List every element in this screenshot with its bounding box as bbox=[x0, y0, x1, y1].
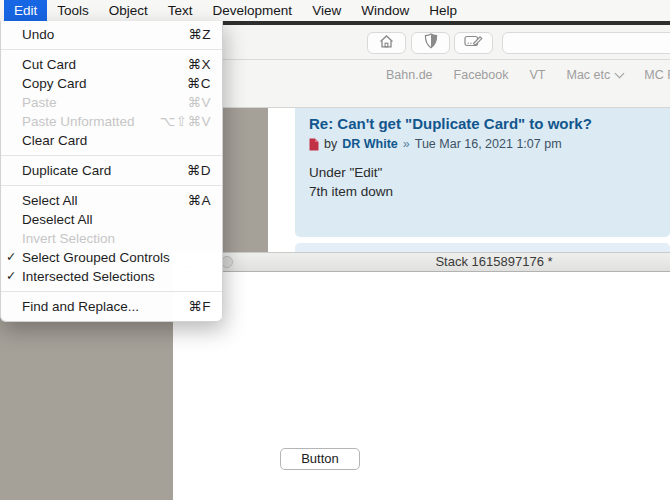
shield-button[interactable] bbox=[411, 32, 450, 54]
menu-separator bbox=[1, 49, 222, 50]
home-button[interactable] bbox=[367, 32, 406, 54]
bookmarks-bar: Bahn.de Facebook VT Mac etc MC RR bbox=[223, 60, 670, 108]
compose-button[interactable] bbox=[454, 32, 493, 54]
compose-icon bbox=[464, 34, 483, 52]
menubar-item-object[interactable]: Object bbox=[99, 0, 158, 21]
menu-item-duplicate-card[interactable]: Duplicate Card ⌘D bbox=[1, 161, 222, 180]
post-author-link[interactable]: DR White bbox=[342, 137, 398, 151]
menu-item-cut-card[interactable]: Cut Card ⌘X bbox=[1, 55, 222, 74]
menubar-item-text[interactable]: Text bbox=[158, 0, 203, 21]
menu-item-deselect-all[interactable]: Deselect All bbox=[1, 210, 222, 229]
shield-icon bbox=[424, 33, 438, 53]
stack-title-bar[interactable]: Stack 1615897176 * bbox=[173, 252, 670, 272]
post-body-line: Under "Edit" bbox=[309, 163, 656, 182]
stack-card-button[interactable]: Button bbox=[280, 448, 360, 470]
menu-item-paste: Paste ⌘V bbox=[1, 93, 222, 112]
checkmark-icon: ✓ bbox=[6, 248, 21, 267]
post-byline: by DR White » Tue Mar 16, 2021 1:07 pm bbox=[309, 137, 656, 151]
post-title-link[interactable]: Re: Can't get "Duplicate Card" to work? bbox=[309, 115, 656, 132]
menu-item-undo[interactable]: Undo ⌘Z bbox=[1, 25, 222, 44]
menu-item-find-and-replace[interactable]: Find and Replace... ⌘F bbox=[1, 297, 222, 316]
post-byline-separator: » bbox=[403, 137, 410, 151]
stack-window-title: Stack 1615897176 * bbox=[435, 254, 552, 269]
edit-menu: Undo ⌘Z Cut Card ⌘X Copy Card ⌘C Paste ⌘… bbox=[0, 21, 223, 322]
stack-window: Stack 1615897176 * Button bbox=[173, 252, 670, 500]
post-date: Tue Mar 16, 2021 1:07 pm bbox=[415, 137, 562, 151]
browser-window: Bahn.de Facebook VT Mac etc MC RR Re: Ca… bbox=[223, 21, 670, 260]
menubar-item-view[interactable]: View bbox=[302, 0, 351, 21]
bookmark-vt[interactable]: VT bbox=[529, 68, 545, 82]
bookmark-folder-mc-rr[interactable]: MC RR bbox=[644, 68, 670, 82]
checkmark-icon: ✓ bbox=[6, 267, 21, 286]
desktop: Bahn.de Facebook VT Mac etc MC RR Re: Ca… bbox=[0, 0, 670, 500]
forum-post: Re: Can't get "Duplicate Card" to work? … bbox=[295, 108, 670, 237]
menu-item-select-grouped-controls[interactable]: ✓ Select Grouped Controls bbox=[1, 248, 222, 267]
post-by-label: by bbox=[324, 137, 337, 151]
menubar-item-tools[interactable]: Tools bbox=[47, 0, 99, 21]
menu-item-paste-unformatted: Paste Unformatted ⌥⇧⌘V bbox=[1, 112, 222, 131]
address-field[interactable] bbox=[502, 32, 670, 54]
bookmark-bahn[interactable]: Bahn.de bbox=[386, 68, 433, 82]
post-file-icon bbox=[309, 138, 319, 151]
bookmark-facebook[interactable]: Facebook bbox=[454, 68, 509, 82]
menubar-item-edit[interactable]: Edit bbox=[4, 0, 47, 21]
post-body-line: 7th item down bbox=[309, 182, 656, 201]
menu-bar: Edit Tools Object Text Development View … bbox=[0, 0, 670, 21]
browser-toolbar bbox=[223, 25, 670, 60]
menubar-item-window[interactable]: Window bbox=[351, 0, 419, 21]
menu-separator bbox=[1, 291, 222, 292]
post-body: Under "Edit" 7th item down bbox=[309, 163, 656, 201]
menu-separator bbox=[1, 155, 222, 156]
menu-item-copy-card[interactable]: Copy Card ⌘C bbox=[1, 74, 222, 93]
menu-item-select-all[interactable]: Select All ⌘A bbox=[1, 191, 222, 210]
menu-item-intersected-selections[interactable]: ✓ Intersected Selections bbox=[1, 267, 222, 286]
chevron-down-icon bbox=[615, 68, 625, 78]
menu-item-invert-selection: Invert Selection bbox=[1, 229, 222, 248]
browser-content: Re: Can't get "Duplicate Card" to work? … bbox=[268, 108, 670, 260]
home-icon bbox=[378, 34, 395, 53]
menubar-item-development[interactable]: Development bbox=[203, 0, 303, 21]
menu-separator bbox=[1, 185, 222, 186]
bookmark-folder-mac-etc[interactable]: Mac etc bbox=[566, 68, 623, 82]
menubar-item-help[interactable]: Help bbox=[419, 0, 467, 21]
menu-item-clear-card[interactable]: Clear Card bbox=[1, 131, 222, 150]
